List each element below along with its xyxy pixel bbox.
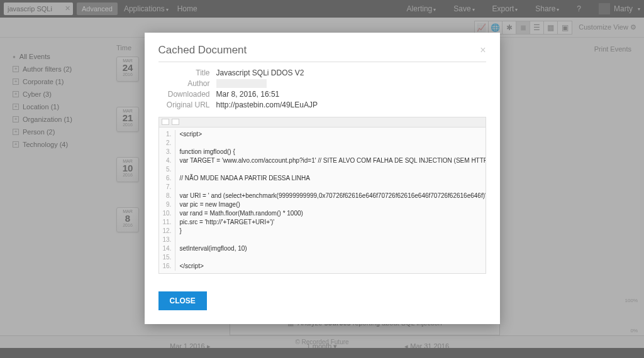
meta-url: Original URLhttp://pastebin.com/49LEuAJP xyxy=(158,100,486,109)
code-lines: <script> function imgflood() { var TARGE… xyxy=(175,130,485,271)
meta-author: Author xyxy=(158,79,486,88)
close-icon[interactable]: × xyxy=(480,45,486,56)
close-button[interactable]: CLOSE xyxy=(158,291,207,310)
cached-document-modal: Cached Document × TitleJavascript SQLi D… xyxy=(145,33,500,324)
meta-title: TitleJavascript SQLi DDOS V2 xyxy=(158,68,486,77)
code-viewer: 1. 2. 3. 4. 5. 6. 7. 8. 9. 10. 11. 12. 1… xyxy=(158,117,486,274)
meta-downloaded: DownloadedMar 8, 2016, 16:51 xyxy=(158,90,486,99)
modal-title: Cached Document xyxy=(158,44,247,57)
modal-header: Cached Document × xyxy=(158,44,486,62)
line-numbers: 1. 2. 3. 4. 5. 6. 7. 8. 9. 10. 11. 12. 1… xyxy=(159,130,176,271)
modal-overlay: Cached Document × TitleJavascript SQLi D… xyxy=(0,0,644,358)
code-view-tabs[interactable] xyxy=(159,117,486,127)
